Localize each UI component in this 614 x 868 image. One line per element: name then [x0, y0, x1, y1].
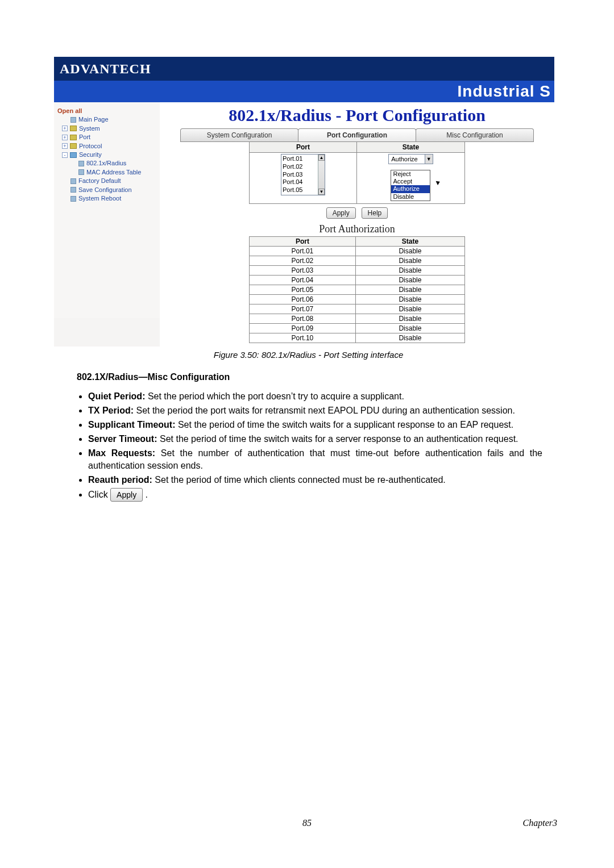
figure-caption: Figure 3.50: 802.1x/Radius - Port Settin…: [54, 350, 563, 360]
page-number: 85: [302, 818, 312, 828]
nav-label: Save Configuration: [78, 186, 132, 194]
apply-button-inline: Apply: [110, 488, 143, 502]
nav-protocol[interactable]: +Protocol: [62, 142, 156, 151]
list-item: TX Period: Set the period the port waits…: [88, 404, 542, 416]
scroll-down-icon[interactable]: ▼: [318, 189, 325, 195]
list-item: Reauth period: Set the period of time wh…: [88, 474, 542, 486]
help-button[interactable]: Help: [362, 207, 388, 219]
folder-icon: [70, 152, 77, 158]
brand-text: ADVANTECH: [60, 61, 151, 77]
page-icon: [70, 178, 76, 184]
state-option[interactable]: Reject: [391, 170, 430, 178]
page-footer: 85 Chapter3: [0, 818, 614, 868]
auth-state-cell: Disable: [355, 333, 464, 343]
scroll-up-icon[interactable]: ▲: [318, 155, 325, 161]
port-authorization-table: Port State Port.01DisablePort.02DisableP…: [249, 236, 465, 343]
nav-mac-address-table[interactable]: MAC Address Table: [70, 168, 156, 177]
auth-port-cell: Port.09: [250, 324, 356, 333]
page-icon: [78, 169, 84, 175]
auth-state-cell: Disable: [355, 256, 464, 266]
state-option[interactable]: Authorize: [391, 185, 430, 193]
nav-label: MAC Address Table: [86, 168, 141, 177]
nav-tree: Main Page+System+Port+Protocol-Security8…: [57, 115, 156, 203]
nav-label: Main Page: [78, 115, 109, 124]
auth-port-cell: Port.07: [250, 304, 356, 314]
expand-icon[interactable]: +: [62, 135, 68, 140]
auth-port-cell: Port.06: [250, 295, 356, 304]
auth-state-cell: Disable: [355, 266, 464, 276]
auth-state-cell: Disable: [355, 304, 464, 314]
auth-state-cell: Disable: [355, 247, 464, 256]
state-option[interactable]: Disable: [391, 193, 430, 201]
table-row: Port.05Disable: [250, 285, 465, 295]
nav-label: Security: [79, 151, 102, 159]
auth-port-cell: Port.04: [250, 276, 356, 285]
folder-icon: [70, 135, 77, 140]
tab-misc-config[interactable]: Misc Configuration: [416, 128, 534, 141]
open-all-link[interactable]: Open all: [57, 107, 156, 115]
auth-port-header: Port: [250, 237, 356, 247]
nav-system-reboot[interactable]: System Reboot: [62, 194, 156, 203]
auth-port-cell: Port.01: [250, 247, 356, 256]
content-area: 802.1x/Radius - Port Configuration Syste…: [160, 102, 554, 347]
listbox-scrollbar[interactable]: ▲ ▼: [318, 155, 325, 195]
page-icon: [70, 117, 76, 123]
description-list: Quiet Period: Set the period which the p…: [74, 390, 542, 502]
expand-icon[interactable]: +: [62, 126, 68, 131]
nav-label: Protocol: [79, 142, 102, 151]
nav-label: System: [79, 124, 100, 133]
folder-icon: [70, 126, 77, 131]
port-option[interactable]: Port.01: [283, 155, 317, 163]
nav-label: System Reboot: [78, 194, 121, 203]
page-icon: [70, 187, 76, 193]
nav-security[interactable]: -Security: [62, 151, 156, 159]
nav-8021x-radius[interactable]: 802.1x/Radius: [70, 159, 156, 168]
state-select-dropdown[interactable]: RejectAcceptAuthorizeDisable: [391, 170, 430, 201]
page-title: 802.1x/Radius - Port Configuration: [163, 106, 551, 125]
product-banner-text: Industrial S: [458, 82, 551, 101]
port-header: Port: [250, 142, 357, 153]
table-row: Port.08Disable: [250, 314, 465, 324]
collapse-icon[interactable]: -: [62, 152, 68, 158]
port-listbox[interactable]: Port.01Port.02Port.03Port.04Port.05 ▲ ▼: [281, 154, 325, 195]
tab-port-config[interactable]: Port Configuration: [298, 128, 416, 141]
auth-state-header: State: [355, 237, 464, 247]
auth-state-cell: Disable: [355, 295, 464, 304]
nav-label: 802.1x/Radius: [86, 159, 126, 168]
nav-sidebar: Open all Main Page+System+Port+Protocol-…: [54, 102, 160, 318]
nav-factory-default[interactable]: Factory Default: [62, 177, 156, 185]
chapter-label: Chapter3: [523, 818, 557, 828]
state-select[interactable]: Authorize ▼: [388, 154, 433, 164]
mouse-cursor-icon: [436, 180, 441, 185]
expand-icon[interactable]: +: [62, 143, 68, 149]
auth-port-cell: Port.02: [250, 256, 356, 266]
auth-port-cell: Port.08: [250, 314, 356, 324]
nav-main-page[interactable]: Main Page: [62, 115, 156, 124]
tab-system-config[interactable]: System Configuration: [180, 128, 298, 141]
table-row: Port.01Disable: [250, 247, 465, 256]
auth-port-cell: Port.03: [250, 266, 356, 276]
table-row: Port.02Disable: [250, 256, 465, 266]
nav-save-config[interactable]: Save Configuration: [62, 186, 156, 194]
port-option[interactable]: Port.05: [283, 186, 317, 194]
section-heading: 802.1X/Radius—Misc Configuration: [77, 372, 563, 382]
port-state-selector-table: Port State Port.01Port.02Port.03Port.04P…: [249, 141, 465, 204]
port-option[interactable]: Port.04: [283, 178, 317, 186]
tab-strip: System ConfigurationPort ConfigurationMi…: [180, 128, 534, 142]
nav-port[interactable]: +Port: [62, 133, 156, 141]
port-option[interactable]: Port.03: [283, 171, 317, 179]
auth-state-cell: Disable: [355, 276, 464, 285]
apply-button[interactable]: Apply: [326, 207, 356, 219]
auth-state-cell: Disable: [355, 324, 464, 333]
table-row: Port.09Disable: [250, 324, 465, 333]
chevron-down-icon[interactable]: ▼: [425, 155, 433, 164]
port-authorization-title: Port Authorization: [249, 223, 465, 235]
list-item: Click Apply .: [88, 488, 542, 502]
product-banner: Industrial S: [54, 81, 554, 102]
auth-port-cell: Port.05: [250, 285, 356, 295]
port-option[interactable]: Port.02: [283, 163, 317, 171]
nav-system[interactable]: +System: [62, 124, 156, 133]
auth-port-cell: Port.10: [250, 333, 356, 343]
state-option[interactable]: Accept: [391, 178, 430, 185]
brand-bar: ADVANTECH: [54, 57, 554, 81]
